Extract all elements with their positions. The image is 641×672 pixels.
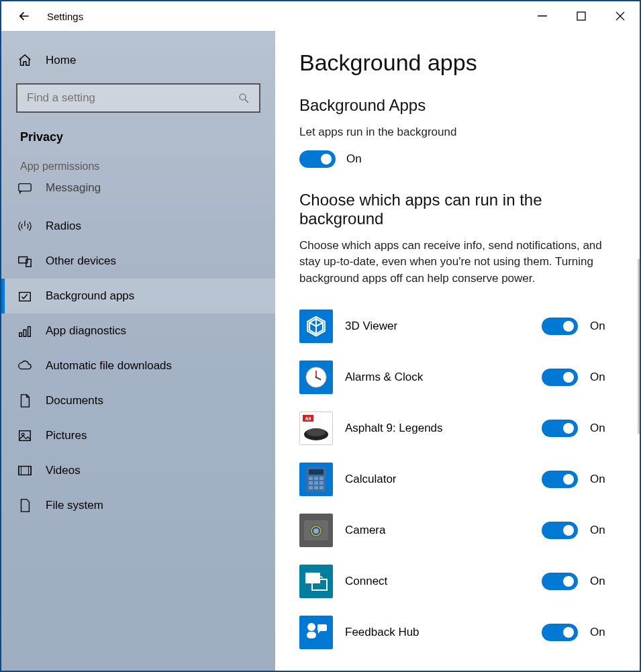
maximize-icon [577,11,586,21]
svg-rect-26 [309,469,324,475]
close-icon [615,11,625,21]
sidebar-item-label: Pictures [46,429,87,442]
app-row: 3D ViewerOn [299,301,615,352]
section-title-background-apps: Background Apps [299,96,615,115]
file-icon [17,498,32,513]
home-icon [17,53,32,68]
sidebar-heading: Privacy [1,118,275,151]
svg-rect-11 [19,431,31,441]
devices-icon [17,254,32,269]
window-title: Settings [47,11,83,22]
svg-rect-31 [314,481,318,485]
svg-rect-29 [319,477,324,480]
section-description: Choose which apps can receive info, send… [299,238,615,287]
sidebar-item-other-devices[interactable]: Other devices [1,244,275,279]
app-toggle-state: On [590,575,615,588]
master-toggle-label: Let apps run in the background [299,124,615,141]
svg-rect-8 [19,333,22,337]
sidebar-item-label: Radios [46,220,81,233]
app-toggle[interactable] [542,471,578,488]
svg-rect-35 [319,486,324,489]
app-toggle-state: On [590,320,615,333]
app-toggle[interactable] [542,420,578,437]
settings-window: Settings Home Privacy [0,0,641,672]
videos-icon [17,463,32,478]
app-name: Connect [345,575,530,588]
svg-rect-0 [538,15,547,17]
app-row: Feedback HubOn [299,607,615,658]
svg-rect-13 [19,467,31,475]
sidebar-item-messaging[interactable]: Messaging [1,178,275,198]
search-icon [238,92,250,104]
search-input[interactable] [27,91,238,105]
app-icon [299,514,333,547]
sidebar-item-label: Automatic file downloads [46,359,172,373]
svg-rect-43 [307,632,316,638]
sidebar-home-label: Home [46,54,76,67]
cloud-icon [17,358,32,373]
sidebar-item-label: Background apps [46,289,134,303]
app-toggle-state: On [590,371,615,384]
sidebar-item-label: Videos [46,464,81,477]
search-box[interactable] [16,83,260,113]
svg-rect-1 [577,12,585,20]
sidebar-home[interactable]: Home [1,43,275,78]
sidebar-item-label: App diagnostics [46,324,126,338]
app-name: Asphalt 9: Legends [345,422,530,435]
maximize-button[interactable] [562,1,601,31]
app-icon [299,361,333,394]
app-name: Feedback Hub [345,626,530,639]
pictures-icon [17,428,32,443]
app-icon [299,565,333,598]
sidebar-item-background-apps[interactable]: Background apps [1,279,275,314]
titlebar: Settings [1,1,640,31]
sidebar: Home Privacy App permissions Messaging R… [1,31,275,671]
sidebar-item-radios[interactable]: Radios [1,209,275,244]
app-toggle-state: On [590,473,615,486]
app-toggle[interactable] [542,522,578,539]
minimize-button[interactable] [523,1,562,31]
svg-rect-44 [317,624,327,631]
svg-rect-10 [28,327,31,337]
sidebar-item-label: File system [46,499,103,512]
app-toggle-state: On [590,422,615,435]
svg-point-39 [313,528,319,534]
app-toggle[interactable] [542,369,578,386]
sidebar-item-pictures[interactable]: Pictures [1,418,275,453]
app-toggle[interactable] [542,573,578,590]
sidebar-item-videos[interactable]: Videos [1,453,275,488]
scrollbar[interactable] [638,259,640,434]
message-icon [17,181,32,195]
app-icon [299,616,333,649]
sidebar-item-automatic-downloads[interactable]: Automatic file downloads [1,348,275,383]
master-toggle[interactable] [299,150,336,168]
app-name: 3D Viewer [345,320,530,333]
app-name: Alarms & Clock [345,371,530,384]
sidebar-item-file-system[interactable]: File system [1,488,275,523]
svg-rect-34 [314,486,318,489]
back-button[interactable] [17,9,31,23]
close-button[interactable] [601,1,640,31]
app-row: ConnectOn [299,556,615,607]
section-title-choose-apps: Choose which apps can run in the backgro… [299,191,615,228]
app-icon: A9 [299,412,333,445]
app-row: CalculatorOn [299,454,615,505]
sidebar-item-label: Messaging [46,181,101,195]
app-toggle[interactable] [542,318,578,335]
sidebar-item-documents[interactable]: Documents [1,383,275,418]
minimize-icon [538,11,547,21]
app-toggle-state: On [590,626,615,639]
svg-rect-4 [19,184,31,191]
sidebar-item-label: Documents [46,394,103,407]
app-row: CameraOn [299,505,615,556]
svg-point-19 [315,376,317,378]
app-name: Camera [345,524,530,537]
app-toggle-state: On [590,524,615,537]
app-toggle[interactable] [542,624,578,641]
app-icon [299,463,333,496]
background-apps-icon [17,289,32,303]
sidebar-item-app-diagnostics[interactable]: App diagnostics [1,314,275,348]
svg-point-24 [307,428,326,436]
app-row: Alarms & ClockOn [299,352,615,403]
svg-rect-32 [319,481,324,485]
